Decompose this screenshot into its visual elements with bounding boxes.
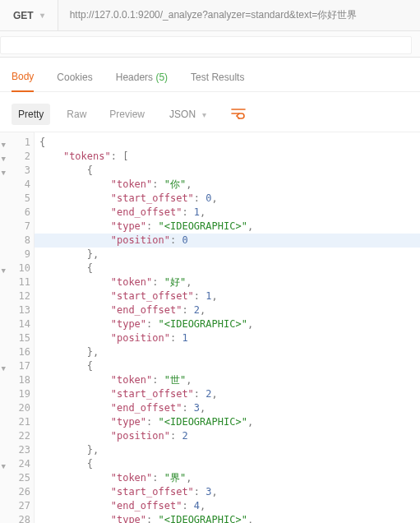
line-number: 24▼ <box>0 457 34 471</box>
line-number: 15 <box>0 331 34 345</box>
line-number: 21 <box>0 415 34 429</box>
code-line[interactable]: "token": "世", <box>35 373 420 387</box>
code-line[interactable]: "token": "你", <box>35 178 420 192</box>
format-label: JSON <box>169 109 196 120</box>
code-line[interactable]: "start_offset": 1, <box>35 289 420 303</box>
tab-cookies[interactable]: Cookies <box>57 72 92 91</box>
line-number: 4 <box>0 178 34 192</box>
code-line[interactable]: "type": "<IDEOGRAPHIC>", <box>35 317 420 331</box>
line-number: 7 <box>0 220 34 234</box>
line-number: 2▼ <box>0 150 34 164</box>
response-body: 1▼2▼3▼45678910▼11121314151617▼1819202122… <box>0 132 420 523</box>
line-number: 3▼ <box>0 164 34 178</box>
code-line[interactable]: }, <box>35 248 420 262</box>
http-method-dropdown[interactable]: GET ▾ <box>0 0 58 30</box>
line-number: 1▼ <box>0 136 34 150</box>
line-number: 28 <box>0 513 34 523</box>
line-number: 10▼ <box>0 262 34 275</box>
code-line[interactable]: "type": "<IDEOGRAPHIC>", <box>35 415 420 429</box>
line-number: 23 <box>0 443 34 457</box>
http-method-label: GET <box>13 10 34 21</box>
wrap-lines-button[interactable] <box>224 104 252 125</box>
code-line[interactable]: }, <box>35 345 420 359</box>
code-line[interactable]: "start_offset": 2, <box>35 387 420 401</box>
code-line[interactable]: { <box>35 136 420 150</box>
line-number: 22 <box>0 429 34 443</box>
tab-headers-label: Headers <box>116 72 153 83</box>
line-number: 6 <box>0 206 34 220</box>
tab-body[interactable]: Body <box>12 71 34 92</box>
send-band <box>0 31 420 58</box>
line-number: 18 <box>0 373 34 387</box>
code-line[interactable]: "start_offset": 3, <box>35 485 420 499</box>
code-line[interactable]: { <box>35 164 420 178</box>
line-number: 14 <box>0 317 34 331</box>
format-dropdown[interactable]: JSON ▾ <box>161 109 215 120</box>
code-line[interactable]: "token": "界", <box>35 471 420 485</box>
line-number: 12 <box>0 289 34 303</box>
line-number: 27 <box>0 499 34 513</box>
line-number: 25 <box>0 471 34 485</box>
view-raw-button[interactable]: Raw <box>60 104 93 125</box>
code-line[interactable]: "position": 2 <box>35 429 420 443</box>
tab-tests[interactable]: Test Results <box>191 72 244 91</box>
line-number: 5 <box>0 192 34 206</box>
tab-headers[interactable]: Headers (5) <box>116 72 168 91</box>
code-line[interactable]: "end_offset": 2, <box>35 303 420 317</box>
line-number: 8 <box>0 234 34 248</box>
code-line[interactable]: "tokens": [ <box>35 150 420 164</box>
code-line[interactable]: { <box>35 262 420 275</box>
code-source[interactable]: { "tokens": [ { "token": "你", "start_off… <box>35 132 420 523</box>
line-number: 11 <box>0 275 34 289</box>
view-pretty-button[interactable]: Pretty <box>12 104 50 125</box>
line-number: 26 <box>0 485 34 499</box>
code-line[interactable]: "end_offset": 3, <box>35 401 420 415</box>
view-preview-button[interactable]: Preview <box>103 104 151 125</box>
line-number: 9 <box>0 248 34 262</box>
chevron-down-icon: ▾ <box>202 110 206 119</box>
code-line[interactable]: "position": 0 <box>35 234 420 248</box>
line-number: 17▼ <box>0 359 34 373</box>
line-number: 20 <box>0 401 34 415</box>
response-tabs: Body Cookies Headers (5) Test Results <box>0 58 420 92</box>
line-number: 16 <box>0 345 34 359</box>
code-line[interactable]: }, <box>35 443 420 457</box>
request-bar: GET ▾ <box>0 0 420 31</box>
code-line[interactable]: "end_offset": 1, <box>35 206 420 220</box>
code-line[interactable]: "position": 1 <box>35 331 420 345</box>
url-input[interactable] <box>58 0 420 30</box>
headers-count: (5) <box>155 72 168 83</box>
line-number: 19 <box>0 387 34 401</box>
code-line[interactable]: "end_offset": 4, <box>35 499 420 513</box>
chevron-down-icon: ▾ <box>40 11 44 20</box>
body-view-controls: Pretty Raw Preview JSON ▾ <box>0 92 420 132</box>
code-line[interactable]: { <box>35 359 420 373</box>
line-gutter: 1▼2▼3▼45678910▼11121314151617▼1819202122… <box>0 132 35 523</box>
code-line[interactable]: "token": "好", <box>35 275 420 289</box>
code-line[interactable]: "type": "<IDEOGRAPHIC>", <box>35 220 420 234</box>
line-number: 13 <box>0 303 34 317</box>
code-line[interactable]: "start_offset": 0, <box>35 192 420 206</box>
code-line[interactable]: "type": "<IDEOGRAPHIC>", <box>35 513 420 523</box>
code-line[interactable]: { <box>35 457 420 471</box>
